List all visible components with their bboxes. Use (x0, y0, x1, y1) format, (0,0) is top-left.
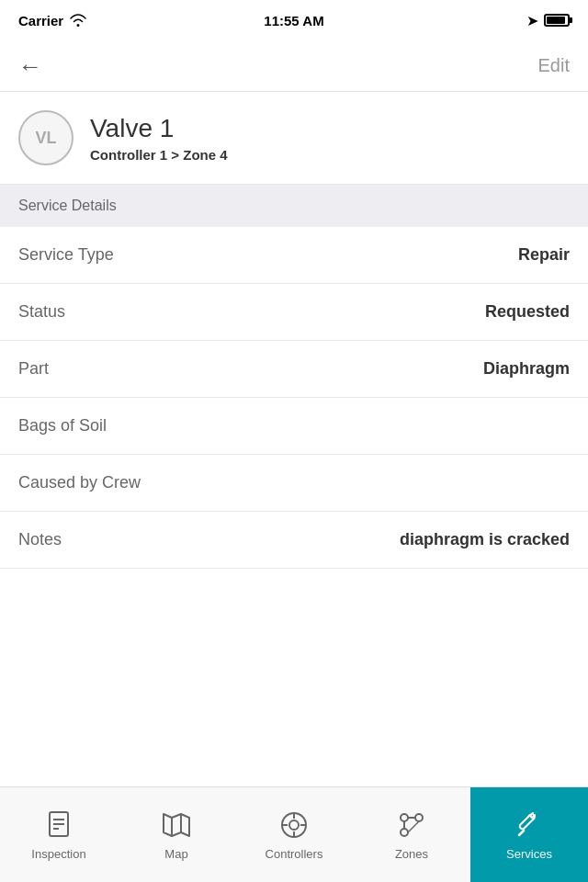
edit-button[interactable]: Edit (538, 55, 570, 76)
carrier-label: Carrier (18, 13, 63, 28)
location-icon: ➤ (526, 12, 538, 29)
nav-label-controllers: Controllers (266, 847, 323, 861)
bottom-nav: Inspection Map Controllers (0, 786, 588, 882)
detail-label-2: Part (18, 359, 49, 379)
header-subtitle: Controller 1 > Zone 4 (90, 147, 228, 163)
svg-point-15 (401, 829, 408, 836)
zones-icon (395, 808, 428, 842)
detail-row-3: Bags of Soil (0, 398, 588, 455)
detail-row-0: Service Type Repair (0, 227, 588, 284)
battery-icon (544, 14, 570, 27)
nav-bar: ← Edit (0, 40, 588, 92)
controllers-icon (277, 808, 311, 842)
detail-rows: Service Type Repair Status Requested Par… (0, 227, 588, 569)
svg-point-14 (415, 814, 423, 821)
header-section: VL Valve 1 Controller 1 > Zone 4 (0, 92, 588, 185)
svg-marker-4 (164, 814, 189, 836)
status-time: 11:55 AM (264, 13, 323, 28)
detail-row-2: Part Diaphragm (0, 341, 588, 398)
section-header-label: Service Details (18, 198, 117, 213)
services-icon (513, 808, 546, 842)
inspection-icon (42, 808, 75, 842)
nav-item-inspection[interactable]: Inspection (0, 787, 118, 882)
svg-line-18 (408, 821, 419, 832)
svg-point-13 (401, 814, 408, 821)
nav-item-map[interactable]: Map (118, 787, 235, 882)
detail-row-5: Notes diaphragm is cracked (0, 512, 588, 569)
detail-value-2: Diaphragm (483, 359, 570, 379)
wifi-icon (69, 14, 87, 27)
nav-label-map: Map (164, 847, 187, 861)
detail-label-5: Notes (18, 530, 62, 549)
detail-label-1: Status (18, 302, 65, 322)
detail-value-0: Repair (518, 245, 570, 265)
header-title: Valve 1 (90, 113, 228, 144)
map-icon (160, 808, 193, 842)
status-right: ➤ (526, 12, 570, 29)
nav-item-zones[interactable]: Zones (353, 787, 470, 882)
nav-label-services: Services (506, 847, 552, 861)
detail-row-4: Caused by Crew (0, 455, 588, 512)
detail-only-label-3: Bags of Soil (18, 416, 107, 435)
svg-point-8 (289, 820, 299, 830)
detail-label-0: Service Type (18, 245, 114, 265)
detail-only-label-4: Caused by Crew (18, 473, 141, 492)
back-button[interactable]: ← (18, 54, 42, 78)
section-header: Service Details (0, 185, 588, 227)
nav-label-zones: Zones (395, 847, 428, 861)
nav-item-services[interactable]: Services (470, 787, 588, 882)
avatar-initials: VL (35, 129, 56, 148)
status-left: Carrier (18, 13, 87, 28)
header-text: Valve 1 Controller 1 > Zone 4 (90, 113, 228, 164)
svg-line-19 (519, 831, 524, 835)
status-bar: Carrier 11:55 AM ➤ (0, 0, 588, 40)
detail-value-5: diaphragm is cracked (400, 530, 570, 549)
detail-row-1: Status Requested (0, 284, 588, 341)
avatar: VL (18, 110, 74, 165)
nav-label-inspection: Inspection (31, 847, 85, 861)
detail-value-1: Requested (485, 302, 570, 322)
nav-item-controllers[interactable]: Controllers (235, 787, 353, 882)
